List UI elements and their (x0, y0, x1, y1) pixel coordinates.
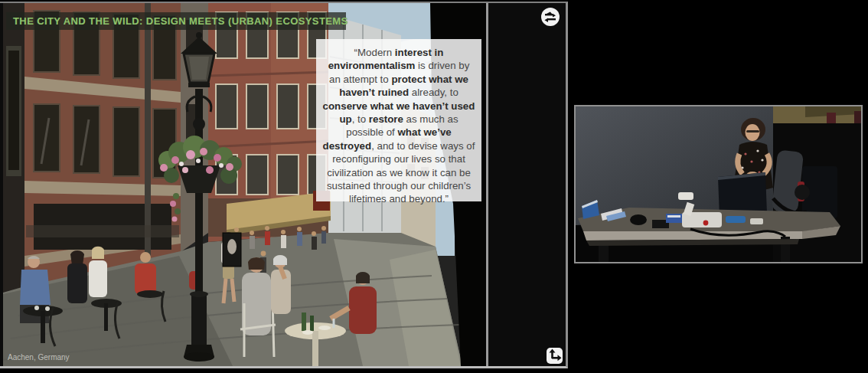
quote-box: “Modern interest in environmentalism is … (316, 39, 481, 201)
expand-layout-icon (546, 347, 563, 365)
camera (630, 214, 647, 225)
photo-caption: Aachen, Germany (8, 353, 70, 362)
lecture-player-stage: THE CITY AND THE WILD: DESIGN MEETS (URB… (0, 0, 868, 373)
glasses (746, 130, 759, 133)
slide-view-panel: THE CITY AND THE WILD: DESIGN MEETS (URB… (0, 2, 568, 368)
speaker-video-panel (574, 105, 863, 263)
slide-title-bar: THE CITY AND THE WILD: DESIGN MEETS (URB… (6, 12, 346, 30)
slide-title: THE CITY AND THE WILD: DESIGN MEETS (URB… (13, 15, 348, 27)
speaker-video-frame (576, 106, 861, 262)
swap-views-icon (540, 6, 561, 28)
swap-views-button[interactable] (540, 6, 561, 28)
expand-layout-button[interactable] (546, 347, 563, 365)
